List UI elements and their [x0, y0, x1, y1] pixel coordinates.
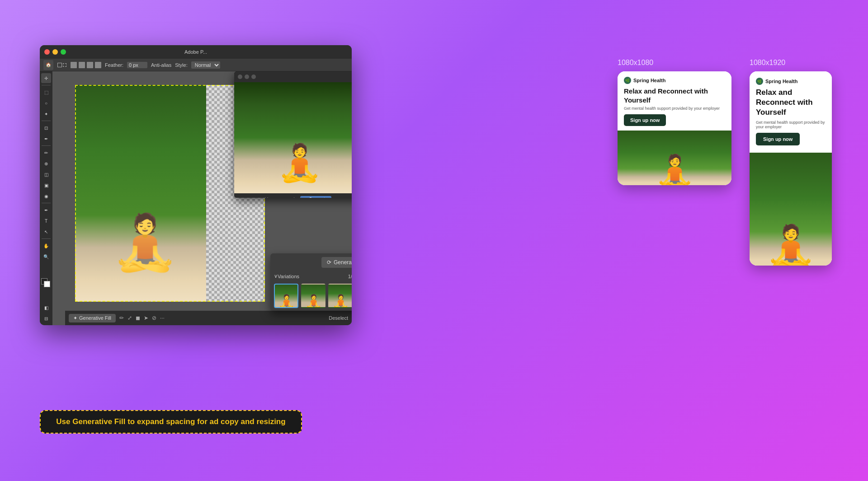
- ad-subtext-square: Get mental health support provided by yo…: [624, 106, 725, 111]
- preview-dot-1: [238, 75, 242, 79]
- generate-button[interactable]: ⟳ Generate: [321, 257, 352, 268]
- window-title: Adobe P...: [184, 49, 207, 55]
- tool-eraser[interactable]: ◫: [41, 169, 51, 179]
- stop-icon[interactable]: ◼: [136, 315, 140, 321]
- generate-btn-row: ⟳ Generate: [270, 253, 352, 271]
- tool-crop[interactable]: ⊡: [41, 123, 51, 133]
- logo-icon-square: 🌿: [624, 77, 631, 84]
- preview-bottom-bar: Add prompts... 1/3 ⟳ Generate ···: [234, 193, 352, 198]
- tool-brush[interactable]: ✏: [41, 148, 51, 158]
- preview-more-btn[interactable]: ···: [335, 197, 339, 198]
- style-select[interactable]: Normal: [191, 61, 220, 69]
- tooltip-text: Use Generative Fill to expand spacing fo…: [56, 417, 285, 426]
- expand-icon[interactable]: ⤢: [127, 315, 132, 321]
- generate-label: Generate: [334, 259, 352, 266]
- generative-fill-icon: ✦: [73, 315, 77, 321]
- arrow-icon[interactable]: ➤: [144, 315, 148, 321]
- titlebar: Adobe P...: [40, 45, 352, 59]
- tool-selection[interactable]: ↖: [41, 227, 51, 237]
- style-label: Style:: [175, 62, 188, 68]
- preview-window[interactable]: Add prompts... 1/3 ⟳ Generate ···: [234, 71, 352, 198]
- spring-health-logo-square: 🌿 Spring Health: [624, 77, 725, 84]
- spring-health-logo-portrait: 🌿 Spring Health: [756, 78, 826, 85]
- minimize-button[interactable]: [52, 49, 58, 55]
- variations-header: ∨ Variations 1/3 ⊞: [270, 271, 352, 281]
- deselect-button[interactable]: Deselect: [329, 315, 348, 321]
- canvas-area[interactable]: Add prompts... 1/3 ⟳ Generate ··· ⟳ Gene…: [52, 71, 352, 325]
- tool-magic-wand[interactable]: ✦: [41, 109, 51, 119]
- ad-square-top: 🌿 Spring Health Relax and Reconnect with…: [618, 71, 731, 131]
- ad-headline-square: Relax and Reconnect with Yourself: [624, 87, 725, 104]
- logo-icon-portrait: 🌿: [756, 78, 763, 85]
- brand-name-square: Spring Health: [633, 78, 666, 83]
- photoshop-window: Adobe P... 🏠 Feather: Anti-alias Style: …: [40, 45, 352, 325]
- variations-label: Variations: [278, 274, 299, 279]
- tool-gradient[interactable]: ▣: [41, 180, 51, 190]
- tool-zoom[interactable]: 🔍: [41, 252, 51, 262]
- ad-card-square: 🌿 Spring Health Relax and Reconnect with…: [618, 71, 731, 185]
- left-toolbar: ✛ ⬚ ○ ✦ ⊡ ✒ ✏ ⊕ ◫ ▣ ◉ ✒ T ↖ ✋ 🔍: [40, 71, 52, 325]
- ad-card-portrait: 🌿 Spring Health Relax and Reconnect with…: [750, 71, 832, 266]
- marquee-options-icon[interactable]: [57, 60, 67, 70]
- generative-fill-label: Generative Fill: [79, 315, 111, 321]
- variations-count: 1/3: [348, 274, 352, 279]
- feather-label: Feather:: [105, 62, 123, 68]
- generative-fill-button[interactable]: ✦ Generative Fill: [69, 314, 116, 322]
- tool-lasso[interactable]: ○: [41, 98, 51, 108]
- ad-portrait-section: 1080x1920 🌿 Spring Health Relax and Reco…: [750, 59, 832, 266]
- ad-headline-portrait: Relax and Reconnect with Yourself: [756, 88, 826, 117]
- ad-subtext-portrait: Get mental health support provided by yo…: [756, 120, 826, 129]
- ad-image-square: [618, 131, 731, 185]
- antialias-label: Anti-alias: [151, 62, 171, 68]
- tool-pen[interactable]: ✒: [41, 205, 51, 215]
- traffic-lights: [44, 49, 66, 55]
- preview-text: Add prompts...: [261, 197, 288, 198]
- variation-thumb-3[interactable]: [328, 284, 352, 308]
- ad-portrait-top: 🌿 Spring Health Relax and Reconnect with…: [750, 71, 832, 153]
- brand-name-portrait: Spring Health: [765, 79, 798, 84]
- preview-dot-2: [245, 75, 249, 79]
- ad-portrait-size-label: 1080x1920: [750, 59, 832, 67]
- tool-move[interactable]: ✛: [41, 73, 51, 83]
- preview-generate-btn[interactable]: ⟳ Generate: [300, 196, 331, 198]
- options-bar: 🏠 Feather: Anti-alias Style: Normal: [40, 59, 352, 71]
- variations-chevron: ∨: [274, 273, 278, 279]
- feather-input[interactable]: [127, 62, 147, 68]
- tooltip-banner: Use Generative Fill to expand spacing fo…: [40, 410, 302, 434]
- preview-image: [234, 82, 352, 193]
- tool-eyedropper[interactable]: ✒: [41, 134, 51, 144]
- tool-screen-mode[interactable]: ⊟: [41, 313, 51, 323]
- close-button[interactable]: [44, 49, 50, 55]
- ps-content-area: ✛ ⬚ ○ ✦ ⊡ ✒ ✏ ⊕ ◫ ▣ ◉ ✒ T ↖ ✋ 🔍: [40, 71, 352, 325]
- tool-quick-mask[interactable]: ◧: [41, 303, 51, 313]
- brush-icon[interactable]: ✏: [119, 315, 124, 321]
- tool-marquee[interactable]: ⬚: [41, 87, 51, 97]
- ad-square-section: 1080x1080 🌿 Spring Health Relax and Reco…: [618, 59, 731, 185]
- variation-thumb-1[interactable]: [274, 284, 298, 308]
- preview-counter: 1/3: [291, 197, 297, 198]
- tool-clone[interactable]: ⊕: [41, 159, 51, 168]
- tool-text[interactable]: T: [41, 216, 51, 226]
- slash-icon[interactable]: ⊘: [152, 315, 156, 321]
- ad-square-size-label: 1080x1080: [618, 59, 731, 67]
- more-icon[interactable]: ···: [160, 315, 165, 321]
- preview-titlebar: [234, 71, 352, 82]
- maximize-button[interactable]: [61, 49, 66, 55]
- home-icon[interactable]: 🏠: [43, 60, 53, 70]
- background-color[interactable]: [44, 281, 50, 287]
- contextual-taskbar: ✦ Generative Fill ✏ ⤢ ◼ ➤ ⊘ ··· Deselect: [65, 311, 352, 325]
- ad-cta-button-portrait[interactable]: Sign up now: [756, 133, 800, 145]
- yoga-woman-image: [75, 85, 208, 302]
- tool-hand[interactable]: ✋: [41, 241, 51, 251]
- ad-cards-container: 1080x1080 🌿 Spring Health Relax and Reco…: [618, 59, 832, 266]
- generate-icon: ⟳: [327, 259, 331, 266]
- generate-panel: ⟳ Generate ∨ Variations 1/3 ⊞: [270, 253, 352, 311]
- tool-blur[interactable]: ◉: [41, 191, 51, 201]
- ad-cta-button-square[interactable]: Sign up now: [624, 114, 666, 126]
- variation-thumb-2[interactable]: [301, 284, 326, 308]
- mode-icons: [71, 62, 101, 68]
- ad-image-portrait: [750, 153, 832, 266]
- preview-dot-3: [251, 75, 256, 79]
- variations-thumbnails: [270, 281, 352, 311]
